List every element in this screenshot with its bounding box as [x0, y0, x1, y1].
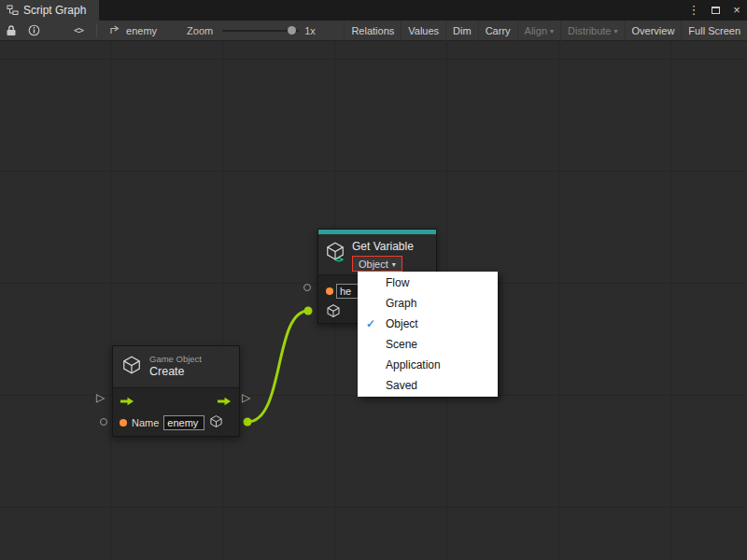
create-flow-in-port[interactable]: ▷ — [96, 392, 105, 403]
chevron-down-icon: ▾ — [392, 260, 396, 269]
create-name-port[interactable] — [100, 418, 107, 426]
menu-item-application[interactable]: Application — [358, 355, 498, 375]
create-node-titles: Game Object Create — [149, 354, 202, 380]
distribute-button: Distribute▾ — [560, 21, 624, 41]
menu-item-scene[interactable]: Scene — [358, 334, 498, 355]
lock-icon[interactable] — [0, 21, 22, 41]
script-graph-window: Script Graph ⋮ × <> enemy Zoom 1x — [0, 0, 747, 560]
toolbar-buttons: Relations Values Dim Carry Align▾ Distri… — [344, 21, 747, 41]
flow-ports-row — [113, 387, 239, 410]
breadcrumb[interactable]: enemy — [105, 25, 162, 36]
node-title: Create — [149, 365, 202, 380]
menu-item-graph[interactable]: Graph — [358, 293, 498, 314]
script-graph-icon — [7, 5, 19, 16]
graph-toolbar: <> enemy Zoom 1x Relations Values Dim Ca… — [0, 21, 747, 41]
overview-button[interactable]: Overview — [625, 21, 682, 41]
menu-item-object[interactable]: ✓ Object — [358, 314, 498, 334]
output-cube-icon[interactable] — [209, 414, 223, 432]
chevron-down-icon: ▾ — [550, 21, 554, 42]
create-node-header: Game Object Create — [113, 346, 239, 387]
carry-button[interactable]: Carry — [478, 21, 517, 41]
name-port-dot[interactable] — [120, 419, 127, 427]
values-button[interactable]: Values — [401, 21, 445, 41]
align-button: Align▾ — [517, 21, 560, 41]
dim-button[interactable]: Dim — [445, 21, 478, 41]
node-type-label: Game Object — [149, 354, 202, 365]
graph-name: enemy — [126, 25, 157, 36]
close-icon[interactable]: × — [730, 0, 743, 21]
check-icon: ✓ — [366, 314, 375, 334]
zoom-value: 1x — [304, 25, 316, 36]
game-object-cube-icon — [121, 355, 142, 379]
name-input-field[interactable]: enemy — [163, 415, 204, 430]
graph-canvas[interactable]: <> Get Variable Object ▾ he — [0, 41, 747, 560]
zoom-label: Zoom — [187, 25, 213, 36]
name-input-row: Name enemy — [113, 410, 239, 436]
object-port-cube-icon[interactable] — [326, 303, 341, 322]
tab-label: Script Graph — [23, 4, 86, 17]
graph-asset-icon — [110, 25, 121, 36]
name-port-dot[interactable] — [326, 287, 333, 295]
game-object-create-node[interactable]: Game Object Create Name enemy — [112, 345, 240, 437]
window-controls: ⋮ × — [687, 0, 743, 21]
flow-in-arrow-icon[interactable] — [120, 394, 135, 411]
chevron-down-icon: ▾ — [614, 21, 618, 42]
get-variable-name-port[interactable] — [303, 284, 311, 291]
toolbar-separator — [96, 24, 97, 37]
relations-button[interactable]: Relations — [344, 21, 401, 41]
tab-script-graph[interactable]: Script Graph — [0, 0, 99, 21]
flow-out-arrow-icon[interactable] — [217, 394, 233, 411]
kebab-menu-icon[interactable]: ⋮ — [687, 0, 700, 21]
node-title: Get Variable — [352, 240, 414, 253]
info-icon[interactable] — [22, 21, 46, 41]
code-view-icon[interactable]: <> — [68, 21, 89, 41]
variable-scope-menu: Flow Graph ✓ Object Scene Application Sa… — [358, 272, 498, 397]
zoom-slider-handle[interactable] — [288, 26, 296, 35]
variable-scope-dropdown[interactable]: Object ▾ — [352, 256, 402, 272]
title-bar: Script Graph ⋮ × — [0, 0, 747, 21]
menu-item-flow[interactable]: Flow — [358, 273, 498, 293]
code-badge-icon: <> — [334, 255, 343, 264]
create-flow-out-port[interactable]: ▷ — [242, 392, 250, 403]
maximize-icon[interactable] — [709, 0, 722, 21]
full-screen-button[interactable]: Full Screen — [681, 21, 747, 41]
zoom-slider[interactable] — [222, 30, 299, 32]
get-variable-header: <> Get Variable Object ▾ — [318, 234, 436, 274]
menu-item-saved[interactable]: Saved — [358, 375, 498, 396]
name-label: Name — [132, 417, 159, 428]
